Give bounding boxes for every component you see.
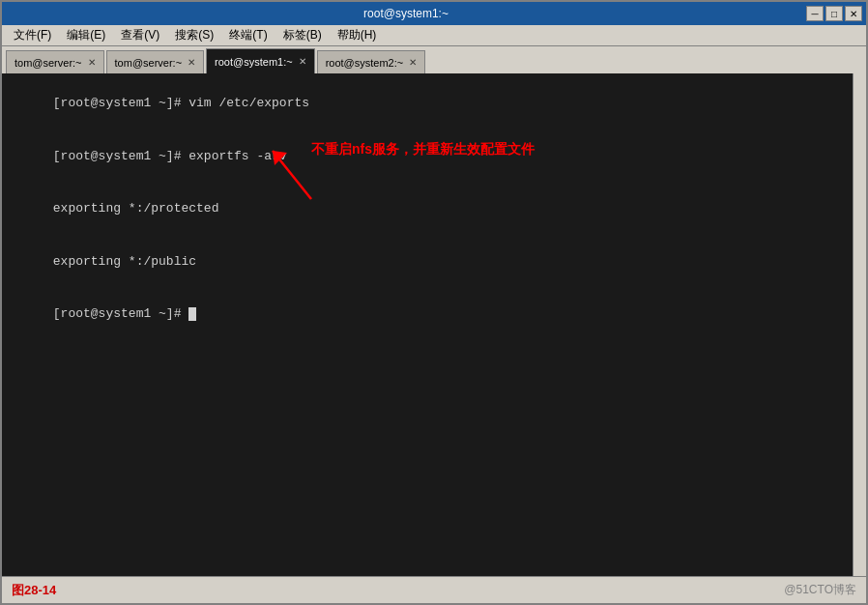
tab-label-3: root@system2:~ [326,57,404,69]
menu-file[interactable]: 文件(F) [6,25,59,45]
tab-0[interactable]: tom@server:~ ✕ [6,50,104,73]
terminal-line-0: [root@system1 ~]# vim /etc/exports [8,77,860,130]
tab-label-1: tom@server:~ [115,57,183,69]
terminal-line-1: [root@system1 ~]# exportfs -arv [8,130,860,184]
tab-close-1[interactable]: ✕ [188,57,195,68]
tab-2[interactable]: root@system1:~ ✕ [206,48,315,73]
terminal-line-2: exporting *:/protected [8,183,860,236]
close-button[interactable]: ✕ [845,6,862,21]
tab-close-2[interactable]: ✕ [299,56,306,67]
minimize-button[interactable]: ─ [806,6,824,21]
terminal-line-4: [root@system1 ~]# [8,288,860,341]
terminal-line-3: exporting *:/public [8,236,860,289]
title-bar: root@system1:~ ─ □ ✕ [2,2,866,25]
tab-3[interactable]: root@system2:~ ✕ [317,50,426,73]
tab-label-2: root@system1:~ [215,56,293,68]
menu-bar: 文件(F) 编辑(E) 查看(V) 搜索(S) 终端(T) 标签(B) 帮助(H… [2,25,866,46]
window-controls: ─ □ ✕ [806,6,862,21]
window-title: root@system1:~ [6,7,806,20]
menu-terminal[interactable]: 终端(T) [221,25,275,45]
tab-close-0[interactable]: ✕ [88,57,96,68]
terminal-area[interactable]: [root@system1 ~]# vim /etc/exports [root… [2,73,866,576]
maximize-button[interactable]: □ [825,6,843,21]
tab-bar: tom@server:~ ✕ tom@server:~ ✕ root@syste… [2,46,866,73]
credit-label: @51CTO博客 [784,582,856,598]
figure-label: 图28-14 [12,582,56,599]
scrollbar[interactable] [853,73,866,576]
terminal-cursor [188,307,196,321]
menu-search[interactable]: 搜索(S) [167,25,221,45]
menu-view[interactable]: 查看(V) [113,25,167,45]
menu-tabs[interactable]: 标签(B) [275,25,330,45]
tab-label-0: tom@server:~ [14,57,82,69]
menu-edit[interactable]: 编辑(E) [59,25,113,45]
terminal-window: root@system1:~ ─ □ ✕ 文件(F) 编辑(E) 查看(V) 搜… [0,0,868,605]
menu-help[interactable]: 帮助(H) [330,25,385,45]
tab-1[interactable]: tom@server:~ ✕ [106,50,205,73]
tab-close-3[interactable]: ✕ [409,57,417,68]
bottom-bar: 图28-14 @51CTO博客 [2,576,866,603]
